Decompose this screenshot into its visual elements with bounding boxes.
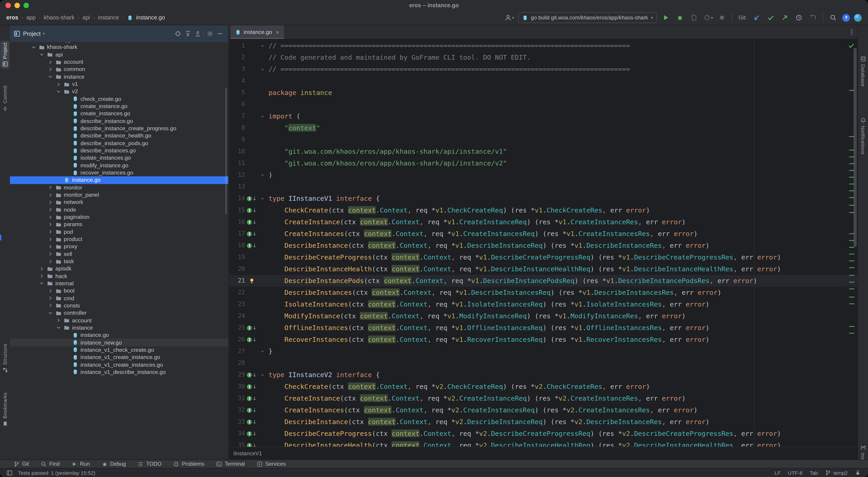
chevron-right-icon[interactable] bbox=[47, 192, 53, 198]
tree-item-api[interactable]: api bbox=[10, 51, 228, 58]
chevron-right-icon[interactable] bbox=[30, 42, 37, 43]
code-line-9[interactable]: 9 bbox=[229, 134, 858, 146]
indent-indicator[interactable]: Tab bbox=[810, 470, 818, 475]
code-line-33[interactable]: 33I↓ DescribeInstance(ctx context.Contex… bbox=[229, 416, 858, 428]
stripe-button-database[interactable]: Database bbox=[859, 54, 868, 88]
select-opened-file-button[interactable] bbox=[173, 29, 183, 39]
code-line-17[interactable]: 17I↓ CreateInstances(ctx context.Context… bbox=[229, 228, 858, 240]
chevron-right-icon[interactable] bbox=[47, 288, 53, 294]
stripe-button-notifications[interactable]: Notifications bbox=[859, 116, 868, 156]
code-line-20[interactable]: 20 DescribeInstanceHealth(ctx context.Co… bbox=[229, 263, 858, 275]
chevron-right-icon[interactable] bbox=[47, 66, 53, 72]
tree-item-v2[interactable]: v2 bbox=[10, 88, 228, 95]
tool-window-button-run[interactable]: Run bbox=[71, 461, 90, 467]
tree-item-hack[interactable]: hack bbox=[10, 272, 228, 280]
tree-item-instance[interactable]: instance bbox=[10, 73, 228, 81]
tree-item-params[interactable]: params bbox=[10, 221, 228, 228]
tree-item-proxy[interactable]: proxy bbox=[10, 243, 228, 250]
line-ending-indicator[interactable]: LF bbox=[775, 470, 781, 475]
kebab-menu-icon[interactable] bbox=[848, 28, 855, 36]
run-configuration-select[interactable]: go build git.woa.com/khaos/eros/app/khao… bbox=[518, 12, 657, 23]
chevron-right-icon[interactable] bbox=[47, 295, 53, 301]
code-line-4[interactable]: 4 bbox=[229, 75, 858, 87]
implementations-gutter-icon[interactable]: I↓ bbox=[245, 240, 258, 251]
history-button[interactable] bbox=[794, 13, 804, 23]
tree-item-modify-instance-go[interactable]: modify_instance.go bbox=[10, 161, 228, 169]
options-gear-icon[interactable] bbox=[205, 29, 215, 39]
code-line-8[interactable]: 8 "context" bbox=[229, 122, 858, 134]
code-line-21[interactable]: 21 DescribeInstancePods(ctx context.Cont… bbox=[229, 275, 858, 287]
chevron-down-icon[interactable] bbox=[30, 44, 37, 50]
implementations-gutter-icon[interactable]: I↓ bbox=[245, 322, 258, 334]
code-line-18[interactable]: 18I↓ DescribeInstance(ctx context.Contex… bbox=[229, 240, 858, 251]
implementations-gutter-icon[interactable]: I↓ bbox=[245, 192, 258, 204]
code-with-me-icon[interactable] bbox=[854, 14, 862, 22]
fold-marker-icon[interactable] bbox=[258, 40, 266, 52]
tool-window-button-git[interactable]: Git bbox=[13, 461, 29, 467]
tree-item-boot[interactable]: boot bbox=[10, 287, 228, 295]
code-line-32[interactable]: 32I↓ CreateInstances(ctx context.Context… bbox=[229, 404, 858, 416]
chevron-right-icon[interactable] bbox=[47, 214, 53, 220]
user-profile-button[interactable]: ▾ bbox=[504, 13, 514, 23]
tree-item-describe-instance-health-go[interactable]: describe_instance_health.go bbox=[10, 132, 228, 140]
tree-item-describe-instance-create-progress-go[interactable]: describe_instance_create_progress.go bbox=[10, 125, 228, 132]
encoding-indicator[interactable]: UTF-8 bbox=[788, 470, 802, 475]
editor-scrollbar[interactable] bbox=[854, 48, 857, 247]
implementations-gutter-icon[interactable]: I↓ bbox=[245, 334, 258, 346]
update-available-button[interactable] bbox=[842, 14, 850, 22]
code-line-1[interactable]: 1// ====================================… bbox=[229, 40, 858, 52]
chevron-down-icon[interactable]: ▾ bbox=[42, 32, 45, 36]
debug-button[interactable] bbox=[675, 13, 685, 23]
tree-item-consts[interactable]: consts bbox=[10, 302, 228, 309]
tree-item-monitor[interactable]: monitor bbox=[10, 184, 228, 191]
tree-item-khaos-shark[interactable]: khaos-shark bbox=[10, 43, 228, 51]
code-line-2[interactable]: 2// Code generated and maintained by GoF… bbox=[229, 52, 858, 63]
git-branch-indicator[interactable]: temp2 bbox=[825, 470, 848, 476]
tree-item-check-create-go[interactable]: check_create.go bbox=[10, 95, 228, 102]
chevron-right-icon[interactable] bbox=[47, 184, 53, 190]
code-line-16[interactable]: 16I↓ CreateInstance(ctx context.Context,… bbox=[229, 216, 858, 228]
chevron-right-icon[interactable] bbox=[55, 81, 62, 87]
code-line-10[interactable]: 10 "git.woa.com/khaos/eros/app/khaos-sha… bbox=[229, 146, 858, 157]
implementations-gutter-icon[interactable]: I↓ bbox=[245, 204, 258, 216]
tree-item-describe-instance-pods-go[interactable]: describe_instance_pods.go bbox=[10, 140, 228, 147]
fold-marker-icon[interactable] bbox=[258, 369, 266, 381]
chevron-right-icon[interactable] bbox=[55, 318, 62, 323]
profiler-button[interactable]: ▾ bbox=[703, 13, 713, 23]
code-line-13[interactable]: 13 bbox=[229, 181, 858, 192]
fold-marker-icon[interactable] bbox=[258, 63, 266, 75]
tree-item-task[interactable]: task bbox=[10, 258, 228, 265]
code-line-24[interactable]: 24 ModifyInstance(ctx context.Context, r… bbox=[229, 310, 858, 322]
chevron-right-icon[interactable] bbox=[39, 266, 45, 272]
code-line-5[interactable]: 5package instance bbox=[229, 87, 858, 98]
tool-window-button-services[interactable]: Services bbox=[256, 461, 286, 467]
tree-item-common[interactable]: common bbox=[10, 66, 228, 73]
expand-all-button[interactable] bbox=[183, 29, 193, 39]
tool-window-button-find[interactable]: Find bbox=[41, 461, 60, 467]
tree-item-instance-v1-create-instance-go[interactable]: instance_v1_create_instance.go bbox=[10, 354, 228, 361]
tree-item-isolate-instances-go[interactable]: isolate_instances.go bbox=[10, 154, 228, 162]
code-line-28[interactable]: 28 bbox=[229, 357, 858, 369]
fold-marker-icon[interactable] bbox=[258, 346, 266, 357]
tree-item-instance-v1-create-instances-go[interactable]: instance_v1_create_instances.go bbox=[10, 361, 228, 368]
update-project-button[interactable] bbox=[752, 13, 762, 23]
tree-item-instance-v1-check-create-go[interactable]: instance_v1_check_create.go bbox=[10, 346, 228, 354]
close-icon[interactable]: × bbox=[276, 29, 279, 35]
fold-marker-icon[interactable] bbox=[258, 192, 266, 204]
implementations-gutter-icon[interactable]: I↓ bbox=[245, 392, 258, 404]
tree-item-recover-instances-go[interactable]: recover_instances.go bbox=[10, 169, 228, 177]
lock-icon[interactable] bbox=[855, 470, 861, 476]
code-area[interactable]: 1// ====================================… bbox=[229, 39, 858, 447]
implementations-gutter-icon[interactable]: I↓ bbox=[245, 369, 258, 381]
implementations-gutter-icon[interactable]: I↓ bbox=[245, 381, 258, 392]
chevron-down-icon[interactable] bbox=[47, 310, 53, 316]
code-line-11[interactable]: 11 "git.woa.com/khaos/eros/app/khaos-sha… bbox=[229, 157, 858, 169]
code-line-23[interactable]: 23 IsolateInstances(ctx context.Context,… bbox=[229, 298, 858, 310]
tree-item-controller[interactable]: controller bbox=[10, 309, 228, 317]
implementations-gutter-icon[interactable]: I↓ bbox=[245, 228, 258, 240]
code-line-12[interactable]: 12) bbox=[229, 169, 858, 181]
tool-window-button-terminal[interactable]: Terminal bbox=[216, 461, 245, 467]
code-line-3[interactable]: 3// ====================================… bbox=[229, 63, 858, 75]
code-line-31[interactable]: 31I↓ CreateInstance(ctx context.Context,… bbox=[229, 392, 858, 404]
code-line-15[interactable]: 15I↓ CheckCreate(ctx context.Context, re… bbox=[229, 204, 858, 216]
